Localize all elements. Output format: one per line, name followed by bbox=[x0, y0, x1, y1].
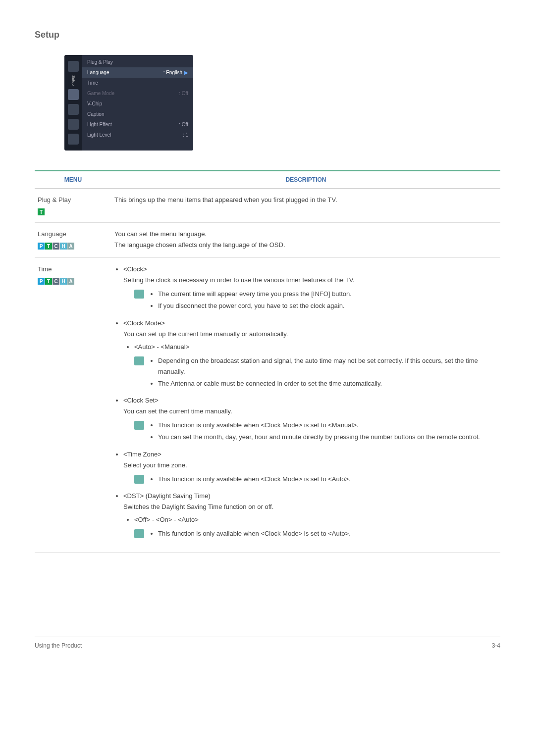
badge-t: T bbox=[38, 208, 45, 215]
table-row: Language P T C H A You can set the menu … bbox=[35, 223, 500, 258]
badge-a: A bbox=[67, 243, 74, 250]
col-menu: Menu bbox=[35, 171, 111, 189]
menu-table: Menu Description Plug & Play T This brin… bbox=[35, 170, 500, 553]
badge-h: H bbox=[60, 243, 67, 250]
note-icon bbox=[134, 421, 144, 430]
osd-sidelabel: Setup bbox=[71, 74, 76, 87]
osd-screenshot: Setup Plug & Play LanguageEnglish▶ Time … bbox=[64, 55, 193, 151]
menu-cell: Language P T C H A bbox=[35, 223, 111, 258]
osd-row: Plug & Play bbox=[82, 57, 193, 67]
badge-c: C bbox=[53, 243, 59, 250]
badges: P T C H A bbox=[38, 278, 108, 285]
note: This function is only available when <Cl… bbox=[134, 528, 497, 540]
badges: T bbox=[38, 208, 108, 215]
osd-body: Plug & Play LanguageEnglish▶ Time Game M… bbox=[82, 55, 193, 151]
note: This function is only available when <Cl… bbox=[134, 420, 497, 444]
osd-row: Game ModeOff bbox=[82, 88, 193, 99]
chevron-right-icon: ▶ bbox=[184, 70, 188, 75]
footer: Using the Product 3-4 bbox=[35, 637, 500, 649]
osd-icon-4 bbox=[68, 119, 79, 130]
osd-icon-setup bbox=[68, 89, 79, 100]
badge-t: T bbox=[45, 278, 52, 285]
badge-t: T bbox=[45, 243, 52, 250]
list-item: <Clock> Setting the clock is necessary i… bbox=[123, 264, 497, 312]
osd-row: Caption bbox=[82, 109, 193, 119]
osd-row: Light Level1 bbox=[82, 130, 193, 140]
footer-right: 3-4 bbox=[492, 642, 500, 649]
note-icon bbox=[134, 290, 144, 299]
note-icon bbox=[134, 529, 144, 538]
badges: P T C H A bbox=[38, 243, 108, 250]
note: Depending on the broadcast station and s… bbox=[134, 355, 497, 390]
table-row: Time P T C H A <Clock> Setting the clock… bbox=[35, 258, 500, 553]
menu-cell: Time P T C H A bbox=[35, 258, 111, 553]
osd-icon-3 bbox=[68, 104, 79, 115]
osd-row: Light EffectOff bbox=[82, 119, 193, 130]
list-item: <Time Zone> Select your time zone. This … bbox=[123, 449, 497, 486]
osd-row: Time bbox=[82, 78, 193, 88]
badge-p: P bbox=[38, 243, 45, 250]
osd-sidebar: Setup bbox=[64, 55, 82, 151]
osd-row: V-Chip bbox=[82, 99, 193, 109]
list-item: <Clock Set> You can set the current time… bbox=[123, 395, 497, 444]
note: The current time will appear every time … bbox=[134, 289, 497, 312]
desc-cell: You can set the menu language. The langu… bbox=[111, 223, 500, 258]
note-icon bbox=[134, 475, 144, 484]
badge-c: C bbox=[53, 278, 59, 285]
badge-a: A bbox=[67, 278, 74, 285]
page-title: Setup bbox=[35, 30, 500, 40]
osd-icon-5 bbox=[68, 134, 79, 145]
note-icon bbox=[134, 356, 144, 365]
col-desc: Description bbox=[111, 171, 500, 189]
list-item: <DST> (Daylight Saving Time) Switches th… bbox=[123, 491, 497, 540]
badge-h: H bbox=[60, 278, 67, 285]
menu-cell: Plug & Play T bbox=[35, 188, 111, 222]
footer-left: Using the Product bbox=[35, 642, 82, 649]
osd-icon-blank bbox=[68, 61, 79, 72]
note: This function is only available when <Cl… bbox=[134, 474, 497, 486]
desc-cell: This brings up the menu items that appea… bbox=[111, 188, 500, 222]
list-item: <Clock Mode> You can set up the current … bbox=[123, 318, 497, 391]
badge-p: P bbox=[38, 278, 45, 285]
osd-row-selected: LanguageEnglish▶ bbox=[82, 67, 193, 78]
table-row: Plug & Play T This brings up the menu it… bbox=[35, 188, 500, 222]
desc-cell: <Clock> Setting the clock is necessary i… bbox=[111, 258, 500, 553]
